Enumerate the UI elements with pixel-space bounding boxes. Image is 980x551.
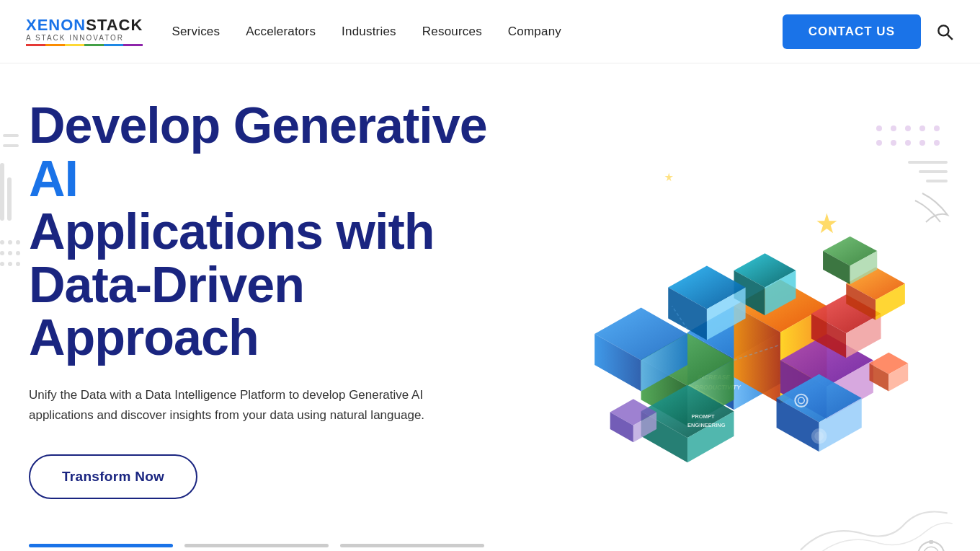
hero-title-line3: Data-Driven bbox=[29, 257, 304, 313]
tab-optimize[interactable]: Optimize bbox=[184, 544, 329, 551]
tab-bar-scale bbox=[340, 544, 484, 547]
svg-point-0 bbox=[938, 25, 948, 35]
deco-left-dots bbox=[0, 127, 22, 271]
svg-text:ENGINEERING: ENGINEERING bbox=[687, 422, 726, 428]
svg-point-15 bbox=[876, 125, 882, 131]
svg-point-16 bbox=[891, 125, 896, 131]
tab-discover[interactable]: Discover bbox=[29, 544, 173, 551]
logo-text: XENONSTACK bbox=[26, 17, 143, 33]
nav-item-industries[interactable]: Industries bbox=[342, 25, 396, 39]
tab-bar-optimize bbox=[184, 544, 329, 547]
hero-title: Develop Generative AI Applications with … bbox=[29, 100, 519, 365]
svg-point-12 bbox=[16, 240, 20, 244]
transform-now-button[interactable]: Transform Now bbox=[29, 454, 197, 499]
logo-colorbar bbox=[26, 44, 143, 46]
svg-point-67 bbox=[814, 432, 824, 441]
tab-bar-discover bbox=[29, 544, 173, 547]
svg-text:PROMPT: PROMPT bbox=[691, 413, 715, 420]
nav-links: Services Accelerators Industries Resourc… bbox=[172, 25, 561, 39]
svg-marker-72 bbox=[816, 213, 837, 234]
nav-item-accelerators[interactable]: Accelerators bbox=[246, 25, 316, 39]
logo[interactable]: XENONSTACK A Stack Innovator bbox=[26, 17, 143, 46]
svg-point-6 bbox=[0, 240, 4, 244]
nav-item-services[interactable]: Services bbox=[172, 25, 220, 39]
hero-content: Develop Generative AI Applications with … bbox=[29, 92, 519, 551]
isometric-blocks: INCREASE PRODUCTIVITY bbox=[540, 136, 958, 551]
nav-item-resources[interactable]: Resources bbox=[422, 25, 482, 39]
tab-scale[interactable]: Scale bbox=[340, 544, 484, 551]
svg-marker-73 bbox=[664, 173, 673, 182]
hero-title-line2: Applications with bbox=[29, 203, 434, 260]
hero-title-line1: Develop Generative AI bbox=[29, 97, 487, 207]
svg-point-19 bbox=[934, 125, 940, 131]
hero-section: Develop Generative AI Applications with … bbox=[0, 63, 980, 551]
search-button[interactable] bbox=[935, 22, 954, 41]
svg-rect-5 bbox=[7, 177, 12, 221]
svg-line-1 bbox=[948, 34, 953, 39]
svg-rect-4 bbox=[0, 163, 4, 221]
svg-point-10 bbox=[8, 251, 12, 255]
nav-left: XENONSTACK A Stack Innovator Services Ac… bbox=[26, 17, 561, 46]
hero-tabs: Discover Optimize Scale bbox=[29, 544, 519, 551]
nav-right: CONTACT US bbox=[783, 14, 954, 49]
svg-point-7 bbox=[0, 251, 4, 255]
search-icon bbox=[935, 22, 954, 41]
svg-point-14 bbox=[16, 262, 20, 266]
svg-point-18 bbox=[919, 125, 925, 131]
svg-rect-3 bbox=[3, 144, 19, 147]
svg-point-17 bbox=[905, 125, 911, 131]
hero-subtitle: Unify the Data with a Data Intelligence … bbox=[29, 385, 432, 426]
hero-title-line4: Approach bbox=[29, 309, 259, 366]
svg-point-11 bbox=[8, 262, 12, 266]
contact-us-button[interactable]: CONTACT US bbox=[783, 14, 921, 49]
svg-point-9 bbox=[8, 240, 12, 244]
svg-point-13 bbox=[16, 251, 20, 255]
navbar: XENONSTACK A Stack Innovator Services Ac… bbox=[0, 0, 980, 63]
logo-sub: A Stack Innovator bbox=[26, 35, 124, 42]
svg-point-8 bbox=[0, 262, 4, 266]
svg-rect-2 bbox=[3, 134, 19, 137]
hero-visual: INCREASE PRODUCTIVITY bbox=[533, 121, 951, 539]
nav-item-company[interactable]: Company bbox=[508, 25, 561, 39]
